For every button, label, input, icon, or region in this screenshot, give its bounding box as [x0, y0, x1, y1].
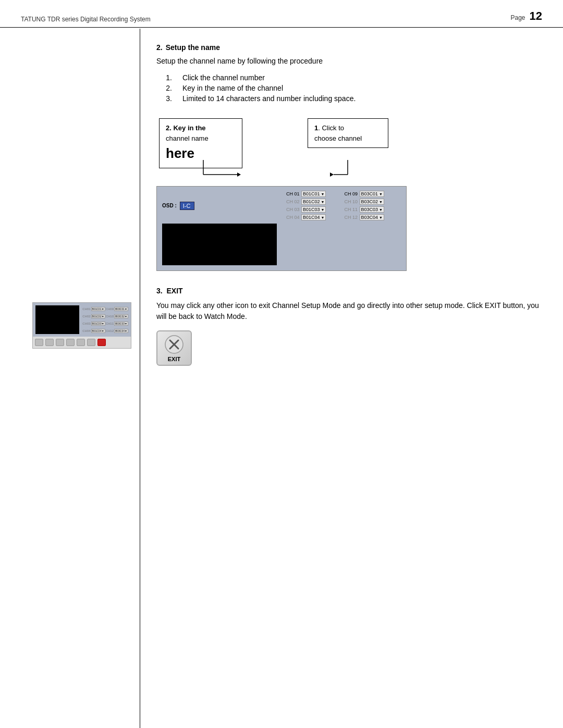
ch-select-10[interactable]: B03C02▼ [360, 199, 384, 205]
osd-ch-row-2: CH 02 B01C02▼ [286, 199, 343, 205]
ch-arrow-11: ▼ [379, 208, 383, 212]
step-1-text: Click the channel number [182, 73, 265, 82]
section-3-number: 3. [156, 287, 163, 295]
thumb-icon-2 [45, 339, 54, 346]
callout-right-body: choose channel [314, 134, 362, 142]
thumb-video [35, 305, 79, 334]
section-3: 3. EXIT You may click any other icon to … [156, 287, 542, 366]
callout-left-body: channel name [166, 134, 209, 142]
step-1-num: 1. [156, 73, 172, 82]
thumb-icon-1 [35, 339, 43, 346]
ch-select-9[interactable]: B03C01▼ [360, 191, 384, 197]
callout-left: 2. Key in the channel name here [159, 118, 242, 168]
steps-list: 1. Click the channel number 2. Key in th… [156, 73, 542, 103]
ch-label-3: CH 03 [286, 207, 300, 212]
header-page: Page 12 [510, 9, 542, 23]
step-2: 2. Key in the name of the channel [156, 84, 542, 92]
ch-arrow-12: ▼ [379, 216, 383, 219]
section-2-number: 2. [156, 43, 163, 52]
step-3-num: 3. [156, 94, 172, 103]
ch-select-1[interactable]: B01C01▼ [301, 191, 326, 197]
ch-val-4: B01C04 [303, 215, 320, 220]
osd-ch-row-10: CH 10 B03C02▼ [345, 199, 401, 205]
ch-select-4[interactable]: B01C04▼ [301, 214, 326, 220]
callout-right-title: 1. Click to [314, 124, 344, 132]
thumb-icon-5 [77, 339, 85, 346]
thumb-ch-grid: CH01B01C01▼ CH09B03C01▼ CH02B01C02▼ CH10… [82, 305, 128, 334]
svg-marker-5 [330, 172, 334, 177]
ch-arrow-2: ▼ [321, 200, 325, 204]
thumb-icon-4 [66, 339, 75, 346]
ch-val-2: B01C02 [303, 199, 320, 204]
ch-val-1: B01C01 [303, 191, 320, 196]
osd-input-box: I-C [180, 202, 194, 210]
callout-left-title: 2. Key in the [166, 124, 206, 132]
exit-button[interactable]: EXIT [156, 330, 192, 366]
ch-val-12: B03C04 [361, 215, 378, 220]
ch-arrow-9: ▼ [379, 192, 383, 196]
ch-val-9: B03C01 [361, 191, 378, 196]
ch-select-3[interactable]: B01C03▼ [301, 206, 326, 213]
page-number: 12 [530, 9, 542, 23]
thumb-icon-exit [97, 339, 106, 346]
osd-label: OSD : [162, 203, 177, 208]
thumb-screen: CH01B01C01▼ CH09B03C01▼ CH02B01C02▼ CH10… [33, 303, 131, 337]
step-3: 3. Limited to 14 characters and number i… [156, 94, 542, 103]
exit-description: You may click any other icon to exit Cha… [156, 300, 542, 322]
ch-select-2[interactable]: B01C02▼ [301, 199, 326, 205]
ch-val-3: B01C03 [303, 207, 320, 212]
thumb-icon-3 [56, 339, 64, 346]
step-2-text: Key in the name of the channel [182, 84, 283, 92]
ch-arrow-10: ▼ [379, 200, 383, 204]
section-2-heading: 2.Setup the name [156, 43, 542, 52]
osd-channels: CH 01 B01C01▼ CH 09 B03C01▼ CH 02 B01C02… [286, 191, 401, 220]
osd-ch-row-3: CH 03 B01C03▼ [286, 206, 343, 213]
section-3-title: EXIT [166, 287, 182, 295]
setup-description: Setup the channel name by following the … [156, 57, 542, 65]
ch-arrow-1: ▼ [321, 192, 325, 196]
page-header: TATUNG TDR series Digital Recording Syst… [0, 0, 563, 28]
svg-marker-2 [237, 172, 241, 177]
callouts-area: 2. Key in the channel name here 1. Click… [156, 118, 417, 186]
section-3-heading: 3. EXIT [156, 287, 542, 295]
vertical-divider [140, 29, 140, 728]
osd-main-area [162, 224, 401, 265]
osd-top-row: OSD : I-C CH 01 B01C01▼ CH 09 B03C01▼ [162, 191, 401, 220]
osd-ch-row-12: CH 12 B03C04▼ [345, 214, 401, 220]
diagram-wrapper: 2. Key in the channel name here 1. Click… [156, 118, 542, 271]
section-2-title: Setup the name [166, 43, 220, 52]
osd-ch-row-11: CH 11 B03C03▼ [345, 206, 401, 213]
ch-select-11[interactable]: B03C03▼ [360, 206, 384, 213]
step-2-num: 2. [156, 84, 172, 92]
exit-x-icon [164, 335, 184, 354]
osd-video [162, 224, 277, 265]
callout-left-large: here [166, 145, 194, 161]
thumb-icons [33, 337, 131, 348]
exit-button-label: EXIT [168, 356, 180, 362]
ch-label-10: CH 10 [345, 199, 358, 204]
osd-screen: OSD : I-C CH 01 B01C01▼ CH 09 B03C01▼ [156, 186, 407, 271]
ch-label-4: CH 04 [286, 215, 300, 220]
page-label: Page [510, 14, 525, 21]
osd-ch-row-4: CH 04 B01C04▼ [286, 214, 343, 220]
ch-arrow-3: ▼ [321, 208, 325, 212]
ch-label-11: CH 11 [345, 207, 358, 212]
ch-label-9: CH 09 [345, 191, 358, 196]
ch-label-2: CH 02 [286, 199, 300, 204]
callout-right: 1. Click to choose channel [308, 118, 388, 148]
ch-label-12: CH 12 [345, 215, 358, 220]
section-2: 2.Setup the name Setup the channel name … [156, 43, 542, 271]
ch-arrow-4: ▼ [321, 216, 325, 219]
header-title: TATUNG TDR series Digital Recording Syst… [21, 16, 151, 23]
osd-ch-row-1: CH 01 B01C01▼ [286, 191, 343, 197]
osd-ch-row-9: CH 09 B03C01▼ [345, 191, 401, 197]
ch-val-10: B03C02 [361, 199, 378, 204]
ch-select-12[interactable]: B03C04▼ [360, 214, 384, 220]
thumb-icon-6 [87, 339, 95, 346]
ch-val-11: B03C03 [361, 207, 378, 212]
ch-label-1: CH 01 [286, 191, 300, 196]
step-3-text: Limited to 14 characters and number incl… [182, 94, 356, 103]
left-thumbnail: CH01B01C01▼ CH09B03C01▼ CH02B01C02▼ CH10… [32, 302, 131, 349]
step-1: 1. Click the channel number [156, 73, 542, 82]
